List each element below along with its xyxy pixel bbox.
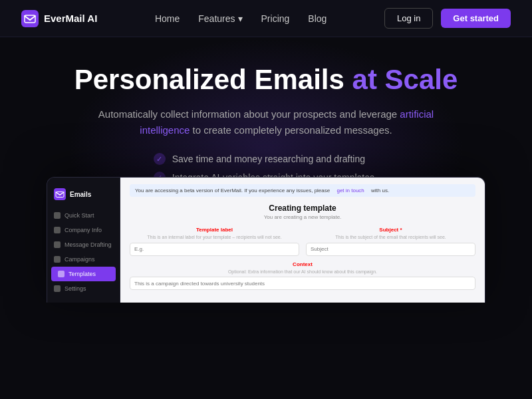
context-group: Context Optional: Extra information that… [130, 261, 475, 291]
sidebar-item-company-info[interactable]: Company Info [47, 223, 120, 237]
dashboard-main: You are accessing a beta version of Ever… [120, 178, 485, 303]
brand-name: EverMail AI [44, 13, 97, 24]
nav-item-features[interactable]: Features ▾ [198, 13, 242, 24]
context-input[interactable] [130, 277, 475, 290]
message-drafting-icon [54, 241, 61, 248]
sidebar-item-campaigns[interactable]: Campaigns [47, 252, 120, 267]
subject-input[interactable] [306, 243, 475, 256]
chevron-down-icon: ▾ [238, 13, 243, 24]
hero-subtitle: Automatically collect information about … [93, 106, 439, 138]
brand-logo-icon [21, 10, 39, 27]
settings-icon [54, 285, 61, 292]
subject-label: Subject * [306, 227, 475, 233]
navbar: EverMail AI Home Features ▾ Pricing Blog… [0, 0, 532, 37]
dashboard-logo-text: Emails [70, 191, 91, 198]
subject-hint: This is the subject of the email that re… [306, 235, 475, 239]
dashboard-preview: Emails Quick Start Company Info Message … [47, 177, 485, 303]
beta-banner: You are accessing a beta version of Ever… [130, 184, 475, 197]
quick-start-icon [54, 212, 61, 219]
dashboard-logo-icon [54, 188, 66, 200]
brand-logo[interactable]: EverMail AI [21, 10, 97, 27]
hero-section: Personalized Emails at Scale Automatical… [0, 37, 532, 283]
login-button[interactable]: Log in [384, 8, 433, 29]
templates-icon [58, 271, 65, 277]
nav-item-home[interactable]: Home [155, 13, 180, 24]
nav-item-pricing[interactable]: Pricing [261, 13, 290, 24]
form-row-1: Template label This is an internal label… [130, 227, 475, 256]
sidebar-item-quick-start[interactable]: Quick Start [47, 208, 120, 223]
subject-group: Subject * This is the subject of the ema… [306, 227, 475, 256]
svg-rect-0 [21, 10, 39, 27]
form-subtitle: You are creating a new template. [130, 214, 475, 220]
get-started-button[interactable]: Get started [441, 9, 511, 28]
form-row-2: Context Optional: Extra information that… [130, 261, 475, 291]
context-label: Context [130, 261, 475, 267]
feature-item-1: ✓ Save time and money researching and dr… [154, 153, 378, 165]
sidebar-item-message-drafting[interactable]: Message Drafting [47, 237, 120, 252]
nav-item-blog[interactable]: Blog [308, 13, 327, 24]
template-label-group: Template label This is an internal label… [130, 227, 299, 256]
campaigns-icon [54, 256, 61, 263]
context-hint: Optional: Extra information that our AI … [130, 269, 475, 274]
check-icon-1: ✓ [154, 153, 166, 165]
company-info-icon [54, 227, 61, 233]
template-label-label: Template label [130, 227, 299, 233]
nav-actions: Log in Get started [384, 8, 511, 29]
sidebar-item-templates[interactable]: Templates [51, 267, 116, 281]
dashboard-logo: Emails [47, 184, 120, 208]
form-title: Creating template [130, 203, 475, 213]
hero-title: Personalized Emails at Scale [74, 64, 458, 96]
dashboard-sidebar: Emails Quick Start Company Info Message … [47, 178, 120, 303]
template-label-hint: This is an internal label for your templ… [130, 235, 299, 239]
nav-links: Home Features ▾ Pricing Blog [155, 13, 327, 24]
sidebar-item-settings[interactable]: Settings [47, 281, 120, 296]
template-label-input[interactable] [130, 243, 299, 256]
